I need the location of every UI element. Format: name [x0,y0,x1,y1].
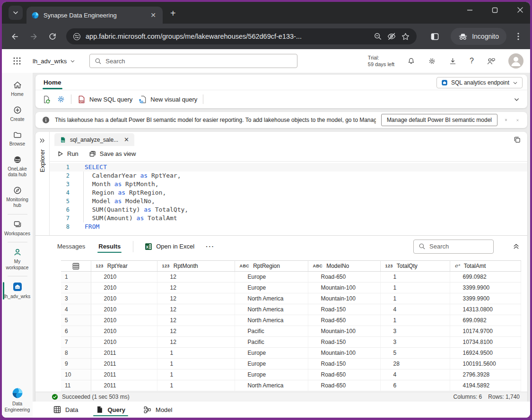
refresh-semantic-model-button[interactable] [42,95,51,104]
data-cell[interactable]: 2011 [91,359,157,369]
data-cell[interactable]: 1 [380,315,450,326]
data-cell[interactable]: 2796.3928 [450,369,521,380]
new-sql-query-button[interactable]: SQL New SQL query [77,95,132,104]
sidebar-item-home[interactable]: Home [2,77,33,102]
banner-close-icon[interactable] [515,117,521,123]
double-chevron-right-icon[interactable] [39,137,45,144]
data-cell[interactable]: 5 [380,348,450,359]
data-cell[interactable]: Pacific [235,326,308,337]
data-cell[interactable]: 12 [157,304,235,315]
data-cell[interactable]: 2010 [91,304,157,315]
tab-messages[interactable]: Messages [56,237,86,256]
table-row[interactable]: 920111EuropeRoad-15028100191.5600 [61,359,521,369]
data-cell[interactable]: 4 [380,304,450,315]
table-row[interactable]: 1020111EuropeRoad-65042796.3928 [61,369,521,380]
column-header[interactable]: ABCRptRegion [235,261,308,272]
table-row[interactable]: 6201012PacificMountain-100310174.9700 [61,326,521,337]
tab-query[interactable]: Query [89,402,132,418]
data-cell[interactable]: 12 [157,272,235,283]
data-cell[interactable]: 4 [380,369,450,380]
data-cell[interactable]: 12 [157,337,235,348]
row-number-cell[interactable]: 9 [61,359,91,369]
global-search-input[interactable] [105,58,292,65]
row-number-cell[interactable]: 2 [61,283,91,293]
sidebar-item-monitoring-hub[interactable]: Monitoring hub [2,182,33,213]
row-number-cell[interactable]: 5 [61,315,91,326]
table-row[interactable]: 7201012PacificRoad-150310734.8100 [61,337,521,348]
row-number-cell[interactable]: 10 [61,369,91,380]
data-cell[interactable]: 3399.9900 [450,283,521,293]
data-cell[interactable]: 10734.8100 [450,337,521,348]
notifications-bell-icon[interactable] [407,57,415,65]
data-cell[interactable]: 3 [380,326,450,337]
global-search[interactable] [89,54,297,68]
table-row[interactable]: 2201012EuropeMountain-10013399.9900 [61,283,521,293]
table-row[interactable]: 4201012North AmericaRoad-150414313.0800 [61,304,521,315]
query-tab-close-icon[interactable]: ✕ [122,136,129,143]
query-tab[interactable]: SQL sql_analyze_sale... ✕ [54,133,134,146]
data-cell[interactable]: 1 [157,369,235,380]
data-cell[interactable]: 12 [157,283,235,293]
url-text[interactable]: app.fabric.microsoft.com/groups/me/lakew… [86,33,369,40]
data-cell[interactable]: 2010 [91,283,157,293]
data-cell[interactable]: 12 [157,326,235,337]
double-chevron-down-icon[interactable] [503,117,509,123]
maximize-button[interactable] [492,7,498,13]
row-number-cell[interactable]: 7 [61,337,91,348]
tab-results[interactable]: Results [97,237,122,256]
open-in-excel-button[interactable]: X Open in Excel [145,243,194,250]
row-number-cell[interactable]: 4 [61,304,91,315]
data-cell[interactable]: Road-650 [308,272,380,283]
data-cell[interactable]: Road-650 [308,369,380,380]
data-cell[interactable]: Road-150 [308,304,380,315]
reload-button[interactable] [44,28,61,44]
data-cell[interactable]: 3 [380,337,450,348]
explorer-collapsed-pane[interactable]: Explorer [35,132,50,235]
account-avatar[interactable] [508,53,523,69]
data-cell[interactable]: 14313.0800 [450,304,521,315]
ribbon-expand-chevron-icon[interactable] [514,96,520,103]
data-cell[interactable]: North America [235,315,308,326]
endpoint-selector[interactable]: SQL analytics endpoint [436,77,523,88]
code-line[interactable]: 5 Model as ModelNo, [50,197,527,206]
new-tab-button[interactable]: + [170,8,176,19]
code-line[interactable]: 3 Month as RptMonth, [50,180,527,189]
table-row[interactable]: 1201012EuropeRoad-6501699.0982 [61,272,521,283]
data-cell[interactable]: Road-650 [308,315,380,326]
more-options-icon[interactable]: ··· [206,243,215,250]
column-header[interactable]: 123RptMonth [157,261,235,272]
data-cell[interactable]: 2010 [91,337,157,348]
data-cell[interactable]: 2010 [91,272,157,283]
address-bar[interactable]: app.fabric.microsoft.com/groups/me/lakew… [66,28,417,44]
data-cell[interactable]: Road-650 [308,380,380,391]
copy-icon[interactable] [514,136,521,143]
sidebar-item-workspaces[interactable]: Workspaces [2,216,33,241]
tab-home[interactable]: Home [42,76,63,89]
zoom-icon[interactable] [374,32,382,41]
table-row[interactable]: 3201012North AmericaMountain-10013399.99… [61,293,521,304]
column-header[interactable]: ABCModelNo [308,261,380,272]
minimize-button[interactable] [467,7,473,13]
data-cell[interactable]: 2011 [91,380,157,391]
code-line[interactable]: 8FROM [50,223,527,231]
sidebar-item-onelake-data-hub[interactable]: OneLake data hub [2,151,33,182]
column-header[interactable]: eˣTotalAmt [450,261,521,272]
row-number-cell[interactable]: 6 [61,326,91,337]
forward-button[interactable] [26,28,42,44]
sidebar-item-browse[interactable]: Browse [2,126,33,151]
column-header[interactable]: 123RptYear [91,261,157,272]
data-cell[interactable]: Mountain-100 [308,348,380,359]
download-icon[interactable] [449,57,457,65]
code-line[interactable]: 6 SUM(Quantity) as TotalQty, [50,206,527,214]
browser-menu-button[interactable] [511,28,525,44]
data-cell[interactable]: Europe [235,348,308,359]
data-cell[interactable]: 3399.9900 [450,293,521,304]
code-line[interactable]: 7 SUM(Amount) as TotalAmt [50,214,527,223]
row-number-cell[interactable]: 1 [61,272,91,283]
data-cell[interactable]: 2010 [91,315,157,326]
data-cell[interactable]: Europe [235,359,308,369]
workspace-switcher[interactable]: lh_adv_wrks [33,58,75,65]
run-button[interactable]: Run [57,150,78,157]
row-number-cell[interactable]: 8 [61,348,91,359]
experience-switcher[interactable]: Data Engineering [3,387,32,418]
